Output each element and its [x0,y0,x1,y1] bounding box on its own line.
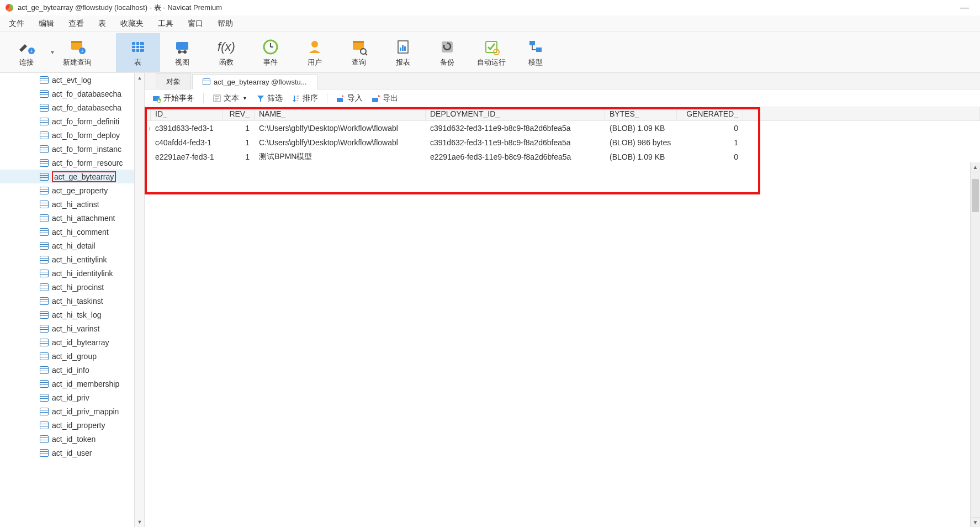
toolbar-table-button[interactable]: 表 [116,33,160,72]
sort-icon [292,94,300,103]
begin-transaction-button[interactable]: ▶ 开始事务 [150,92,197,104]
filter-button[interactable]: 筛选 [254,92,285,104]
col-deployment[interactable]: DEPLOYMENT_ID_ [426,107,605,121]
sidebar-item-act_id_group[interactable]: act_id_group [0,349,134,363]
toolbar-query-button[interactable]: 查询 [337,33,381,72]
menu-window[interactable]: 窗口 [181,17,210,31]
sidebar-item-act_hi_detail[interactable]: act_hi_detail [0,239,134,252]
sidebar-item-act_id_token[interactable]: act_id_token [0,432,134,446]
col-id[interactable]: ID_ [151,107,223,121]
sidebar-item-act_ge_bytearray[interactable]: act_ge_bytearray [0,170,134,183]
table-row[interactable]: c40afdd4-fed3-11C:\Users\gblfy\Desktop\W… [145,135,980,150]
toolbar-backup-button[interactable]: 备份 [425,33,469,72]
sidebar-item-act_id_info[interactable]: act_id_info [0,363,134,377]
sidebar-item-act_hi_varinst[interactable]: act_hi_varinst [0,322,134,335]
toolbar-report-button[interactable]: 报表 [381,33,425,72]
sidebar-item-act_fo_form_deploy[interactable]: act_fo_form_deploy [0,128,134,142]
cell-name[interactable]: C:\Users\gblfy\Desktop\Workflow\flowabl [255,135,426,150]
sidebar-item-act_ge_property[interactable]: act_ge_property [0,183,134,197]
svg-marker-54 [378,95,380,97]
header-row[interactable]: ID_ REV_ NAME_ DEPLOYMENT_ID_ BYTES_ GEN… [145,107,980,121]
cell-rev[interactable]: 1 [223,135,255,150]
col-rev[interactable]: REV_ [223,107,255,121]
table-row[interactable]: e2291ae7-fed3-11测试BPMN模型e2291ae6-fed3-11… [145,150,980,164]
cell-rev[interactable]: 1 [223,150,255,164]
cell-bytes[interactable]: (BLOB) 986 bytes [605,135,677,150]
sidebar-item-act_fo_form_resourc[interactable]: act_fo_form_resourc [0,156,134,170]
sidebar-table-list[interactable]: act_evt_logact_fo_databasechaact_fo_data… [0,73,135,527]
menu-help[interactable]: 帮助 [211,17,240,31]
svg-rect-34 [529,41,535,45]
toolbar-connect-button[interactable]: + 连接 [4,33,49,72]
cell-name[interactable]: C:\Users\gblfy\Desktop\Workflow\flowabl [255,121,426,135]
menu-favorites[interactable]: 收藏夹 [114,17,150,31]
sidebar-item-act_id_priv[interactable]: act_id_priv [0,391,134,404]
sidebar-item-act_hi_comment[interactable]: act_hi_comment [0,225,134,239]
cell-id[interactable]: e2291ae7-fed3-1 [151,150,223,164]
col-name[interactable]: NAME_ [255,107,426,121]
cell-generated[interactable]: 0 [677,150,743,164]
toolbar-event-button[interactable]: 事件 [248,33,293,72]
svg-rect-26 [402,45,404,51]
sidebar-item-act_hi_tsk_log[interactable]: act_hi_tsk_log [0,308,134,322]
menu-file[interactable]: 文件 [2,17,31,31]
import-button[interactable]: 导入 [334,92,365,104]
cell-bytes[interactable]: (BLOB) 1.09 KB [605,150,677,164]
toolbar-function-button[interactable]: f(x) 函数 [204,33,248,72]
sidebar-item-act_id_property[interactable]: act_id_property [0,418,134,432]
sidebar-item-act_id_user[interactable]: act_id_user [0,446,134,460]
sidebar-item-act_id_bytearray[interactable]: act_id_bytearray [0,335,134,349]
sidebar-item-act_fo_form_instanc[interactable]: act_fo_form_instanc [0,142,134,156]
cell-id[interactable]: c391d633-fed3-1 [151,121,223,135]
sidebar-item-act_id_priv_mappin[interactable]: act_id_priv_mappin [0,404,134,418]
sidebar-item-act_hi_entitylink[interactable]: act_hi_entitylink [0,252,134,266]
sidebar-item-act_hi_actinst[interactable]: act_hi_actinst [0,197,134,211]
cell-deployment[interactable]: c391d632-fed3-11e9-b8c9-f8a2d6bfea5a [426,135,605,150]
cell-id[interactable]: c40afdd4-fed3-1 [151,135,223,150]
menu-table[interactable]: 表 [92,17,113,31]
sidebar-item-act_hi_procinst[interactable]: act_hi_procinst [0,280,134,294]
sidebar-item-act_hi_identitylink[interactable]: act_hi_identitylink [0,266,134,280]
cell-deployment[interactable]: e2291ae6-fed3-11e9-b8c9-f8a2d6bfea5a [426,150,605,164]
export-button[interactable]: 导出 [369,92,400,104]
toolbar-view-button[interactable]: 视图 [160,33,204,72]
cell-rev[interactable]: 1 [223,121,255,135]
toolbar-new-query-button[interactable]: + 新建查询 [55,33,99,72]
sort-button[interactable]: 排序 [289,92,320,104]
sidebar-item-act_fo_databasecha[interactable]: act_fo_databasecha [0,87,134,101]
scrollbar-thumb[interactable] [972,179,979,212]
scroll-down-icon[interactable]: ▼ [971,517,980,527]
cell-name[interactable]: 测试BPMN模型 [255,150,426,164]
col-bytes[interactable]: BYTES_ [605,107,677,121]
cell-generated[interactable]: 1 [677,135,743,150]
toolbar-autorun-button[interactable]: 自动运行 [469,33,513,72]
sidebar-item-act_fo_form_definiti[interactable]: act_fo_form_definiti [0,114,134,128]
table-row[interactable]: ▸c391d633-fed3-11C:\Users\gblfy\Desktop\… [145,121,980,135]
sidebar-item-act_evt_log[interactable]: act_evt_log [0,73,134,87]
sidebar-scroll-down-icon[interactable]: ▼ [135,517,145,527]
vertical-scrollbar[interactable]: ▲ ▼ [970,162,980,527]
cell-bytes[interactable]: (BLOB) 1.09 KB [605,121,677,135]
toolbar-model-button[interactable]: 模型 [513,33,558,72]
minimize-button[interactable]: — [953,3,976,13]
col-generated[interactable]: GENERATED_ [677,107,743,121]
menu-edit[interactable]: 编辑 [32,17,61,31]
tab-objects[interactable]: 对象 [156,73,191,89]
cell-deployment[interactable]: c391d632-fed3-11e9-b8c9-f8a2d6bfea5a [426,121,605,135]
sidebar-scroll-up-icon[interactable]: ▲ [135,73,145,83]
sidebar-item-act_fo_databasecha[interactable]: act_fo_databasecha [0,101,134,114]
scroll-up-icon[interactable]: ▲ [971,162,980,172]
cell-generated[interactable]: 0 [677,121,743,135]
text-mode-button[interactable]: 文本 ▼ [210,92,250,104]
sidebar-item-act_hi_taskinst[interactable]: act_hi_taskinst [0,294,134,308]
data-grid[interactable]: ID_ REV_ NAME_ DEPLOYMENT_ID_ BYTES_ GEN… [145,107,980,164]
toolbar-user-button[interactable]: 用户 [293,33,337,72]
menu-tools[interactable]: 工具 [151,17,180,31]
table-icon [40,173,49,181]
plug-icon: + [17,38,36,56]
dropdown-icon[interactable]: ▼ [50,49,55,55]
sidebar-item-act_hi_attachment[interactable]: act_hi_attachment [0,211,134,225]
sidebar-item-act_id_membership[interactable]: act_id_membership [0,377,134,391]
tab-table-data[interactable]: act_ge_bytearray @flowstu... [192,74,317,89]
menu-view[interactable]: 查看 [62,17,91,31]
